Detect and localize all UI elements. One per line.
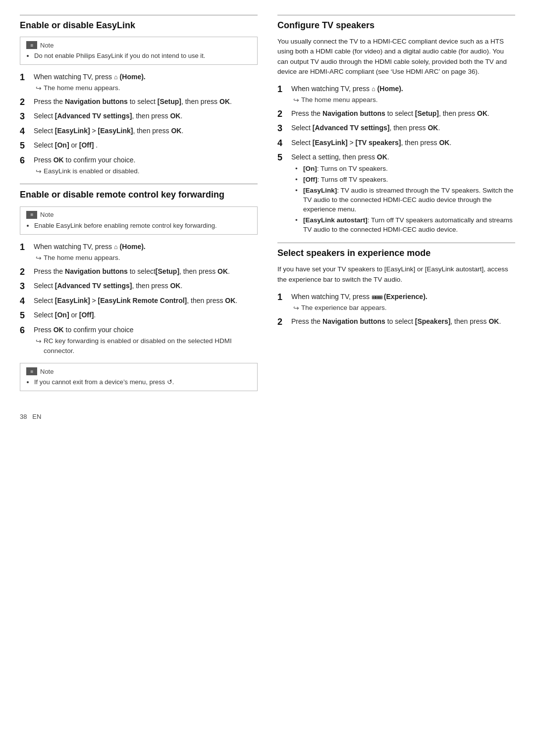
- step-num-r1-4: 4: [277, 138, 291, 149]
- step-1-5: 5 Select [On] or [Off] .: [20, 140, 258, 151]
- step-num-2-5: 5: [20, 310, 34, 321]
- section1-title: Enable or disable EasyLink: [20, 20, 258, 31]
- arrow-line-r2-1: ↪ The experience bar appears.: [293, 303, 515, 313]
- step-num-2-2: 2: [20, 266, 34, 278]
- step-2-3: 3 Select [Advanced TV settings], then pr…: [20, 281, 258, 292]
- note-label-2: Note: [40, 211, 54, 218]
- arrow-line-1-6: ↪ EasyLink is enabled or disabled.: [36, 166, 258, 177]
- ok-bold-2-2: OK: [217, 267, 228, 275]
- step-num-r1-2: 2: [277, 108, 291, 120]
- step-content-1-3: Select [Advanced TV settings], then pres…: [34, 111, 258, 121]
- easylink-bold-r1-4a: [EasyLink]: [313, 139, 348, 147]
- step-bold-2-1: (Home).: [118, 243, 146, 251]
- arrow-sym-1-6: ↪: [36, 166, 42, 177]
- bullet-dot-3: •: [295, 186, 300, 196]
- arrow-text-1-6: EasyLink is enabled or disabled.: [44, 166, 140, 176]
- step-num-2-4: 4: [20, 296, 34, 307]
- section-r1-title: Configure TV speakers: [277, 20, 515, 31]
- ok-bold-r1-3: OK: [428, 124, 438, 132]
- section-r1-steps: 1 When watching TV, press (Home). ↪ The …: [277, 84, 515, 236]
- page-lang: EN: [32, 413, 41, 420]
- ok-bold-r1-4: OK: [439, 139, 449, 147]
- step-content-2-5: Select [On] or [Off].: [34, 310, 258, 320]
- section-r2-steps: 1 When watching TV, press ⊞⊞⊞ (Experienc…: [277, 292, 515, 328]
- divider-r2: [277, 243, 515, 243]
- step-2-2: 2 Press the Navigation buttons to select…: [20, 266, 258, 278]
- ok-bold-r1-2: OK: [477, 109, 487, 117]
- bullet-dot-2: •: [295, 175, 300, 185]
- bullet-r1-5-3: • [EasyLink]: TV audio is streamed throu…: [295, 186, 515, 214]
- step-2-4: 4 Select [EasyLink] > [EasyLink Remote C…: [20, 296, 258, 307]
- nav-bold-2-2: Navigation buttons: [65, 267, 128, 275]
- ok-bold-2-3: OK: [170, 282, 180, 290]
- note-list-1: Do not enable Philips EasyLink if you do…: [26, 52, 251, 59]
- arrow-sym-r1-1: ↪: [293, 95, 299, 105]
- off-bold-2-5: [Off]: [79, 311, 94, 319]
- ok-bold-1-4: OK: [171, 127, 181, 135]
- section-r2-intro: If you have set your TV speakers to [Eas…: [277, 264, 515, 285]
- step-content-r1-1: When watching TV, press (Home). ↪ The ho…: [291, 84, 515, 105]
- note-icon-3: ≡: [26, 367, 37, 375]
- arrow-line-2-6: ↪ RC key forwarding is enabled or disabl…: [36, 336, 258, 356]
- step-num-r2-2: 2: [277, 316, 291, 328]
- bullet-dot-4: •: [295, 216, 300, 225]
- arrow-sym-2-6: ↪: [36, 336, 42, 347]
- step-content-2-1: When watching TV, press (Home). ↪ The ho…: [34, 242, 258, 263]
- page-number: 38: [20, 413, 27, 420]
- right-column: Configure TV speakers You usually connec…: [277, 15, 515, 398]
- step-num-2-1: 1: [20, 242, 34, 253]
- step-num-1-6: 6: [20, 155, 34, 166]
- step-content-r2-2: Press the Navigation buttons to select […: [291, 316, 515, 327]
- step-2-6: 6 Press OK to confirm your choice ↪ RC k…: [20, 325, 258, 356]
- step-content-1-1: When watching TV, press (Home). ↪ The ho…: [34, 72, 258, 94]
- nav-bold-r2-2: Navigation buttons: [322, 317, 385, 325]
- note-icon-1: ≡: [26, 41, 37, 49]
- step-content-2-4: Select [EasyLink] > [EasyLink Remote Con…: [34, 296, 258, 306]
- step-1-2: 2 Press the Navigation buttons to select…: [20, 97, 258, 108]
- ok-bold-1-3: OK: [170, 112, 180, 120]
- step-1-3: 3 Select [Advanced TV settings], then pr…: [20, 111, 258, 122]
- step-num-1-3: 3: [20, 111, 34, 122]
- note-box-3: ≡ Note If you cannot exit from a device’…: [20, 363, 258, 391]
- step-r1-3: 3 Select [Advanced TV settings], then pr…: [277, 123, 515, 134]
- divider-r1: [277, 15, 515, 15]
- bullet-r1-5-4: • [EasyLink autostart]: Turn off TV spea…: [295, 216, 515, 235]
- step-r1-2: 2 Press the Navigation buttons to select…: [277, 108, 515, 120]
- step-num-r1-3: 3: [277, 123, 291, 134]
- setup-bold-r1-2: [Setup]: [415, 109, 439, 117]
- step-content-2-6: Press OK to confirm your choice ↪ RC key…: [34, 325, 258, 356]
- bullet-r1-5-1: • [On]: Turns on TV speakers.: [295, 164, 515, 174]
- step-num-1-5: 5: [20, 140, 34, 151]
- step-num-r1-1: 1: [277, 84, 291, 95]
- note-item-1-1: Do not enable Philips EasyLink if you do…: [34, 52, 251, 59]
- page-layout: Enable or disable EasyLink ≡ Note Do not…: [20, 15, 515, 398]
- arrow-text-r2-1: The experience bar appears.: [301, 303, 387, 313]
- arrow-text-2-6: RC key forwarding is enabled or disabled…: [44, 336, 258, 356]
- step-r1-5: 5 Select a setting, then press OK. • [On…: [277, 152, 515, 236]
- step-bold-1-1: (Home).: [118, 73, 146, 81]
- step-text-r2-1a: When watching TV, press: [291, 293, 372, 301]
- step-content-1-4: Select [EasyLink] > [EasyLink], then pre…: [34, 126, 258, 136]
- spk-bold-r2-2: [Speakers]: [415, 317, 451, 325]
- arrow-sym-r2-1: ↪: [293, 303, 299, 313]
- note-list-3: If you cannot exit from a device’s menu,…: [26, 378, 251, 386]
- divider-1: [20, 15, 258, 15]
- tv-spk-bold-r1-4b: [TV speakers]: [356, 139, 401, 147]
- arrow-text-2-1: The home menu appears.: [44, 253, 120, 263]
- note-header-3: ≡ Note: [26, 367, 251, 375]
- sub-bullets-r1-5: • [On]: Turns on TV speakers. • [Off]: T…: [291, 164, 515, 234]
- setup-bold-2-2: [Setup]: [156, 267, 179, 275]
- step-content-r1-5: Select a setting, then press OK. • [On]:…: [291, 152, 515, 236]
- easylink-bold-1-4b: [EasyLink]: [98, 127, 133, 135]
- arrow-sym-2-1: ↪: [36, 253, 42, 263]
- step-r1-4: 4 Select [EasyLink] > [TV speakers], the…: [277, 138, 515, 149]
- step-content-2-2: Press the Navigation buttons to select[S…: [34, 266, 258, 277]
- step-num-r2-1: 1: [277, 292, 291, 303]
- note-box-2: ≡ Note Enable EasyLink before enabling r…: [20, 206, 258, 235]
- ok-bold-2-4: OK: [225, 297, 235, 304]
- ok-bold-1-6: OK: [54, 156, 64, 164]
- step-num-2-3: 3: [20, 281, 34, 292]
- step-2-5: 5 Select [On] or [Off].: [20, 310, 258, 321]
- nav-bold-1-2: Navigation buttons: [65, 98, 128, 105]
- step-text-1-1a: When watching TV, press: [34, 73, 114, 81]
